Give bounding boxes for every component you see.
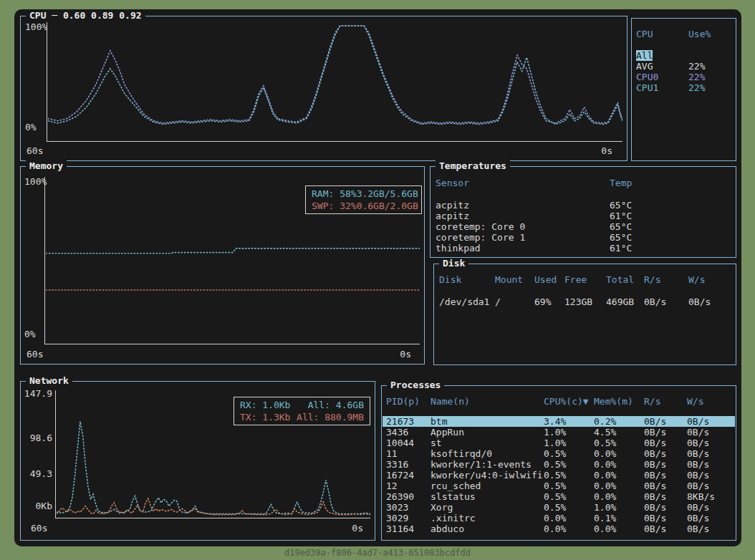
process-cell-5: 0B/s	[687, 416, 731, 427]
process-cell-1: st	[431, 438, 544, 448]
memory-y-min-label: 0%	[24, 329, 36, 339]
temperatures-col-sensor: Sensor	[436, 178, 610, 188]
process-cell-2: 0.0%	[544, 523, 594, 534]
disk-col-header[interactable]: Free	[564, 274, 606, 285]
disk-col-header[interactable]: R/s	[644, 274, 688, 285]
process-cell-3: 0.1%	[594, 513, 644, 523]
cpu-x-right-label: 0s	[601, 146, 612, 156]
process-cell-5: 0B/s	[687, 470, 731, 481]
network-panel: Network 147.9 98.6 49.3 0Kb 60s 0s RX: 1…	[20, 381, 375, 541]
process-cell-4: 0B/s	[644, 416, 687, 427]
process-col-header[interactable]: CPU%(c)▼	[544, 396, 594, 407]
process-cell-5: 0B/s	[687, 481, 731, 491]
network-x-axis	[55, 518, 370, 518]
process-cell-1: kworker/1:1-events	[431, 459, 544, 470]
network-y-axis	[55, 390, 56, 518]
temperature-sensor: thinkpad	[436, 243, 610, 254]
process-cell-2: 0.5%	[544, 502, 594, 513]
disk-col-header[interactable]: Total	[606, 274, 644, 285]
process-cell-5: 0B/s	[687, 448, 731, 459]
process-row[interactable]: 3023Xorg0.5%1.0%0B/s0B/s	[383, 502, 735, 513]
process-row[interactable]: 10044st1.0%0.5%0B/s0B/s	[383, 438, 735, 448]
cpu-legend-name-wrap: All	[636, 50, 688, 61]
process-cell-3: 0.2%	[594, 416, 644, 427]
cpu-legend-use: 22%	[688, 61, 733, 72]
process-cell-4: 0B/s	[644, 513, 687, 523]
process-row[interactable]: 11ksoftirqd/00.5%0.0%0B/s0B/s	[383, 448, 735, 459]
process-cell-5: 0B/s	[687, 438, 731, 448]
temperature-row[interactable]: coretemp: Core 065°C	[436, 221, 733, 232]
disk-cell-6: 0B/s	[688, 296, 734, 307]
process-col-header[interactable]: R/s	[644, 396, 687, 407]
process-cell-4: 0B/s	[644, 523, 687, 534]
temperature-row[interactable]: thinkpad61°C	[436, 243, 733, 254]
process-cell-0: 21673	[386, 416, 431, 427]
disk-col-header[interactable]: Mount	[495, 274, 534, 285]
network-rx-label: RX: 1.0Kb	[240, 399, 290, 411]
process-col-header[interactable]: PID(p)	[386, 396, 431, 407]
disk-cell-2: 69%	[534, 296, 564, 307]
process-row[interactable]: 21673btm3.4%0.2%0B/s0B/s	[383, 416, 735, 427]
process-row[interactable]: 3316kworker/1:1-events0.5%0.0%0B/s0B/s	[383, 459, 735, 470]
cpu-series-cpu1	[48, 26, 622, 125]
process-cell-0: 3023	[386, 502, 431, 513]
temperature-row[interactable]: coretemp: Core 165°C	[436, 232, 733, 243]
process-cell-3: 0.0%	[594, 491, 644, 502]
cpu-legend-row[interactable]: AVG22%	[636, 61, 733, 72]
temperature-row[interactable]: acpitz61°C	[436, 211, 733, 221]
process-cell-2: 0.5%	[544, 470, 594, 481]
disk-cell-3: 123GB	[564, 296, 606, 307]
temperature-value: 65°C	[610, 200, 733, 211]
cpu-legend-row[interactable]: CPU122%	[636, 82, 733, 93]
process-cell-1: slstatus	[431, 491, 544, 502]
cpu-legend-row[interactable]: CPU022%	[636, 72, 733, 82]
process-cell-1: Xorg	[431, 502, 544, 513]
process-cell-5: 0B/s	[687, 513, 731, 523]
process-cell-0: 12	[386, 481, 431, 491]
cpu-legend-use	[688, 50, 733, 61]
memory-legend-ram: RAM: 58% 3.2GB/5.6GB	[312, 188, 415, 200]
cpu-legend-name: AVG	[636, 61, 653, 72]
process-cell-5: 0B/s	[687, 459, 731, 470]
cpu-legend-panel: CPU Use% AllAVG22%CPU022%CPU122%	[631, 18, 736, 161]
process-col-header[interactable]: W/s	[687, 396, 734, 407]
disk-cell-4: 469GB	[606, 296, 644, 307]
network-tx-label: TX: 1.3Kb	[240, 411, 290, 423]
process-cell-2: 0.0%	[544, 513, 594, 523]
disk-col-header[interactable]: W/s	[688, 274, 734, 285]
disk-col-header[interactable]: Disk	[439, 274, 495, 285]
process-row[interactable]: 3029.xinitrc0.0%0.1%0B/s0B/s	[383, 513, 735, 523]
disk-cell-0: /dev/sda1	[439, 296, 495, 307]
network-rx-total: All: 4.6GB	[308, 399, 364, 411]
temperature-sensor: coretemp: Core 0	[436, 221, 610, 232]
processes-rows: 21673btm3.4%0.2%0B/s0B/s3436AppRun1.0%4.…	[383, 416, 735, 534]
process-cell-1: rcu_sched	[431, 481, 544, 491]
process-cell-3: 0.0%	[594, 481, 644, 491]
process-cell-4: 0B/s	[644, 470, 687, 481]
cpu-legend-row[interactable]: All	[636, 50, 733, 61]
processes-panel: Processes PID(p)Name(n)CPU%(c)▼Mem%(m)R/…	[381, 385, 736, 541]
disk-row[interactable]: /dev/sda1/69%123GB469GB0B/s0B/s	[439, 296, 734, 307]
cpu-legend-name: CPU1	[636, 82, 658, 93]
process-cell-2: 0.5%	[544, 459, 594, 470]
process-cell-3: 0.0%	[594, 470, 644, 481]
temperature-sensor: coretemp: Core 1	[436, 232, 610, 243]
memory-legend-box: RAM: 58% 3.2GB/5.6GB SWP: 32% 0.6GB/2.0G…	[305, 185, 422, 214]
temperature-row[interactable]: acpitz65°C	[436, 200, 733, 211]
disk-col-header[interactable]: Used	[534, 274, 564, 285]
process-col-header[interactable]: Name(n)	[431, 396, 544, 407]
process-row[interactable]: 31164abduco0.0%0.0%0B/s0B/s	[383, 523, 735, 534]
process-cell-3: 1.0%	[594, 502, 644, 513]
cpu-series-cpu0	[48, 26, 622, 123]
process-col-header[interactable]: Mem%(m)	[594, 396, 644, 407]
process-row[interactable]: 26390slstatus0.5%0.0%0B/s8KB/s	[383, 491, 735, 502]
cpu-y-axis	[47, 22, 47, 141]
cpu-y-max-label: 100%	[25, 22, 47, 32]
process-row[interactable]: 16724kworker/u4:0-iwlwifi0.5%0.0%0B/s0B/…	[383, 470, 735, 481]
process-row[interactable]: 12rcu_sched0.5%0.0%0B/s0B/s	[383, 481, 735, 491]
process-cell-0: 16724	[386, 470, 431, 481]
process-row[interactable]: 3436AppRun1.0%4.5%0B/s0B/s	[383, 427, 735, 438]
network-legend-rx: RX: 1.0Kb All: 4.6GB	[240, 399, 364, 411]
disk-cell-5: 0B/s	[644, 296, 688, 307]
cpu-legend-use: 22%	[688, 82, 733, 93]
